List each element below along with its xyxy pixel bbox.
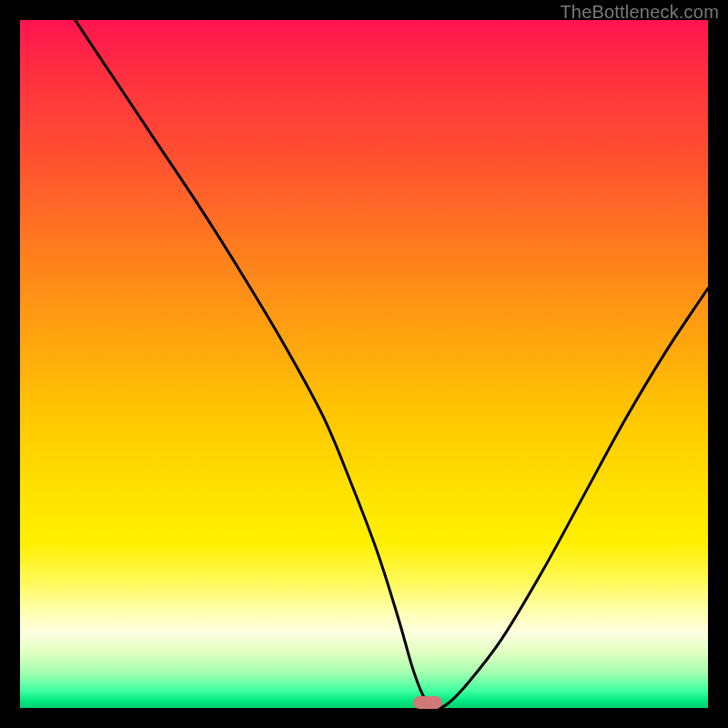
plot-area bbox=[20, 20, 708, 708]
bottleneck-curve bbox=[75, 20, 708, 708]
chart-container: { "watermark": "TheBottleneck.com", "cha… bbox=[0, 0, 728, 728]
watermark-text: TheBottleneck.com bbox=[560, 2, 719, 23]
curve-layer bbox=[20, 20, 708, 708]
optimal-point-marker bbox=[413, 696, 442, 709]
